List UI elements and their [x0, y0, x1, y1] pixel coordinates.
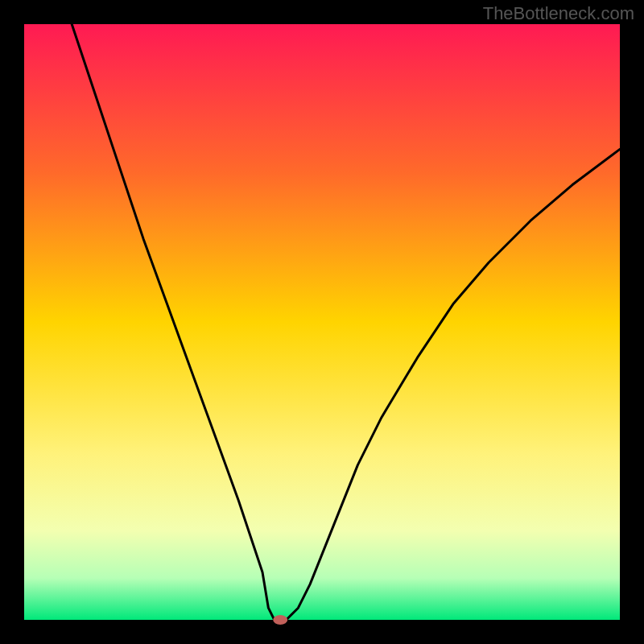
bottleneck-chart: [0, 0, 644, 644]
optimal-marker: [273, 615, 287, 625]
chart-container: TheBottleneck.com: [0, 0, 644, 644]
watermark-text: TheBottleneck.com: [483, 3, 634, 24]
chart-plot-area: [24, 24, 620, 620]
